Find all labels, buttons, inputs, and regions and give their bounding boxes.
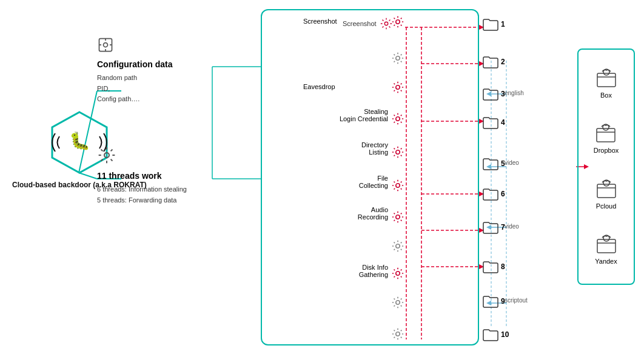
dropbox-icon bbox=[594, 124, 618, 145]
yandex-label: Yandex bbox=[595, 258, 617, 265]
label-video-7: video bbox=[505, 223, 519, 230]
folder-9: 9 bbox=[482, 294, 505, 309]
label-video-5: video bbox=[505, 159, 519, 166]
screenshot-thread: Screenshot bbox=[343, 17, 393, 30]
folder-1-icon bbox=[482, 17, 499, 32]
svg-point-53 bbox=[396, 332, 400, 336]
svg-point-43 bbox=[396, 20, 400, 24]
svg-point-50 bbox=[396, 244, 400, 248]
folder-1-num: 1 bbox=[501, 20, 505, 28]
gear-disk bbox=[391, 267, 404, 282]
svg-point-52 bbox=[396, 301, 400, 304]
gear-2 bbox=[391, 52, 404, 67]
gear-10 bbox=[391, 296, 404, 311]
label-scriptout: scriptout bbox=[505, 297, 528, 304]
gear-audio bbox=[391, 210, 404, 225]
service-dropbox: Dropbox bbox=[594, 124, 619, 154]
pcloud-icon bbox=[594, 179, 619, 201]
label-audio: AudioRecording bbox=[297, 206, 388, 221]
folder-4: 4 bbox=[482, 115, 505, 130]
label-disk: Disk InfoGathering bbox=[297, 264, 388, 278]
folder-2-num: 2 bbox=[501, 58, 505, 66]
dropbox-label: Dropbox bbox=[594, 147, 619, 154]
folder-2: 2 bbox=[482, 55, 505, 69]
label-english: english bbox=[505, 90, 524, 96]
service-pcloud: Pcloud bbox=[594, 179, 619, 210]
label-screenshot: Screenshot bbox=[303, 18, 337, 25]
folder-8: 8 bbox=[482, 259, 505, 274]
gear-eavesdrop bbox=[391, 81, 404, 96]
gear-screenshot bbox=[391, 15, 404, 30]
threads-section: 11 threads work 6 threads: Information s… bbox=[97, 145, 187, 205]
gear-8 bbox=[391, 239, 404, 255]
threads-details: 6 threads: Information stealing 5 thread… bbox=[97, 184, 187, 205]
gear-file bbox=[391, 179, 404, 194]
svg-point-45 bbox=[396, 85, 400, 89]
threads-icon bbox=[97, 145, 187, 168]
svg-point-47 bbox=[396, 150, 400, 154]
box-label: Box bbox=[600, 92, 612, 99]
pcloud-label: Pcloud bbox=[596, 202, 617, 210]
gear-stealing bbox=[391, 112, 404, 127]
svg-point-44 bbox=[396, 56, 400, 60]
config-details: Random path PID, Config path…. bbox=[97, 73, 172, 105]
svg-point-48 bbox=[396, 184, 400, 187]
folder-1: 1 bbox=[482, 17, 505, 32]
screenshot-label: Screenshot bbox=[343, 20, 377, 27]
config-title: Configuration data bbox=[97, 59, 172, 69]
folder-10: 10 bbox=[482, 327, 509, 342]
label-file-collecting: FileCollecting bbox=[297, 175, 388, 189]
config-section: Configuration data Random path PID, Conf… bbox=[97, 36, 172, 105]
folder-8-num: 8 bbox=[501, 262, 505, 271]
box-icon bbox=[594, 68, 619, 90]
folder-3: 3 bbox=[482, 87, 505, 101]
folder-6-num: 6 bbox=[501, 190, 505, 198]
folder-5: 5 bbox=[482, 156, 505, 171]
yandex-icon bbox=[594, 235, 619, 256]
label-eavesdrop: Eavesdrop bbox=[303, 83, 335, 90]
threads-title: 11 threads work bbox=[97, 171, 187, 181]
svg-point-46 bbox=[396, 117, 400, 121]
cloud-services-box: Box Dropbox Pcloud bbox=[577, 48, 635, 285]
svg-point-51 bbox=[396, 272, 400, 275]
label-directory: DirectoryListing bbox=[297, 141, 388, 156]
folder-7: 7 bbox=[482, 220, 505, 235]
svg-point-49 bbox=[396, 215, 400, 219]
gear-directory bbox=[391, 145, 404, 161]
diagram-container: 🐛 Cloud-based backdoor (a.k.a ROKRAT) Co… bbox=[0, 0, 644, 357]
svg-point-36 bbox=[104, 43, 108, 47]
folder-10-num: 10 bbox=[501, 330, 509, 339]
label-stealing: StealingLogin Credential bbox=[297, 108, 388, 122]
svg-text:🐛: 🐛 bbox=[69, 131, 90, 151]
gear-11 bbox=[391, 327, 404, 342]
config-icon bbox=[97, 36, 172, 57]
folder-4-num: 4 bbox=[501, 118, 505, 127]
svg-point-41 bbox=[104, 153, 109, 158]
service-box: Box bbox=[594, 68, 619, 99]
svg-point-42 bbox=[384, 22, 388, 25]
service-yandex: Yandex bbox=[594, 235, 619, 265]
folder-6: 6 bbox=[482, 187, 505, 201]
